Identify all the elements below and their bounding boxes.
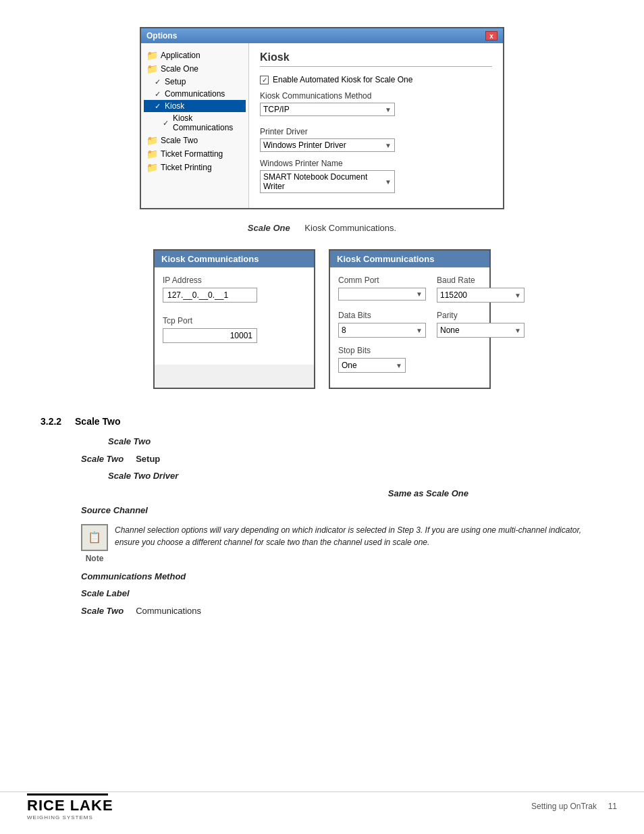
dropdown-arrow-icon: ▼ (514, 327, 521, 334)
tree-item-ticket-printing[interactable]: 📁 Ticket Printing (144, 161, 246, 174)
ip-address-input[interactable]: 127.__0.__0.__1 (163, 288, 257, 303)
tree-item-scaleone[interactable]: 📁 Scale One (144, 62, 246, 76)
page-footer: RICE LAKE WEIGHING SYSTEMS Setting up On… (0, 791, 644, 820)
tree-item-kiosk[interactable]: ✓ Kiosk (144, 100, 246, 112)
step1-line: Scale Two Setup (81, 452, 603, 466)
data-bits-select[interactable]: 8 ▼ (338, 323, 426, 338)
stop-bits-value: One (342, 361, 357, 370)
step4-text: Scale Label (81, 588, 130, 598)
folder-icon: 📁 (146, 50, 158, 61)
tree-item-label: Ticket Printing (161, 163, 212, 172)
parity-value: None (440, 325, 460, 335)
comms-method-value: TCP/IP (263, 105, 290, 114)
printer-name-select[interactable]: SMART Notebook Document Writer ▼ (260, 170, 395, 193)
step1-note: Same as Scale One (41, 487, 603, 500)
section-number: 3.2.2 (41, 416, 61, 427)
footer-page-number: 11 (608, 802, 617, 811)
tree-item-label: Kiosk Communications (173, 113, 243, 132)
step1-bold: Setup (136, 454, 160, 464)
logo-name: RICE LAKE (27, 797, 113, 814)
kiosk-serial-panel: Kiosk Communications Comm Port ▼ Baud Ra… (329, 249, 491, 389)
ip-address-label: IP Address (163, 276, 306, 285)
dropdown-arrow-icon: ▼ (385, 142, 392, 149)
comms-method-label: Kiosk Communications Method (260, 91, 492, 101)
printer-driver-label: Printer Driver (260, 127, 492, 136)
step3-text: Communications Method (81, 571, 186, 581)
tree-item-label: Scale Two (161, 136, 198, 145)
tree-item-scaletwo[interactable]: 📁 Scale Two (144, 134, 246, 147)
tcp-port-label: Tcp Port (163, 316, 306, 325)
step3-line: Communications Method (81, 570, 603, 583)
check-icon: ✓ (155, 102, 161, 111)
tree-item-application[interactable]: 📁 Application (144, 49, 246, 62)
tree-item-communications[interactable]: ✓ Communications (144, 88, 246, 100)
enable-kiosk-checkbox[interactable]: ✓ (260, 76, 269, 84)
options-panel: Kiosk ✓ Enable Automated Kiosk for Scale… (249, 43, 503, 208)
dropdown-arrow-icon: ▼ (416, 290, 423, 298)
options-dialog: Options x 📁 Application 📁 Scale One ✓ Se… (140, 27, 504, 209)
dialog-titlebar: Options x (141, 28, 503, 43)
step4-line: Scale Label (81, 587, 603, 600)
check-icon: ✓ (155, 90, 161, 99)
baud-rate-value: 115200 (440, 290, 467, 300)
printer-driver-select[interactable]: Windows Printer Driver ▼ (260, 138, 395, 152)
step1-text: Scale Two (81, 454, 124, 464)
tcp-port-input[interactable]: 10001 (163, 328, 257, 343)
dialog-caption: Scale One Kiosk Communications. (41, 223, 603, 233)
dropdown-arrow-icon: ▼ (514, 292, 521, 299)
enable-kiosk-label: Enable Automated Kiosk for Scale One (273, 75, 412, 84)
step5-suffix: Communications (136, 606, 201, 616)
tree-item-label: Communications (165, 89, 225, 99)
close-button[interactable]: x (485, 31, 498, 41)
tree-item-label: Ticket Formatting (161, 149, 223, 159)
step2-line: Source Channel (81, 504, 603, 517)
parity-select[interactable]: None ▼ (437, 323, 525, 338)
tree-item-label: Setup (165, 77, 186, 86)
caption-scale-one: Scale One (248, 223, 290, 233)
options-tree: 📁 Application 📁 Scale One ✓ Setup ✓ Comm… (141, 43, 249, 208)
tree-item-label: Scale One (161, 64, 198, 74)
comm-port-label: Comm Port (338, 276, 426, 285)
printer-driver-row: Printer Driver Windows Printer Driver ▼ (260, 127, 492, 152)
dialog-title: Options (146, 31, 177, 41)
dropdown-arrow-icon: ▼ (416, 327, 423, 334)
section-intro-text: Scale Two (108, 436, 151, 446)
check-icon: ✓ (155, 78, 161, 86)
kiosk-serial-title: Kiosk Communications (330, 251, 489, 267)
printer-driver-value: Windows Printer Driver (263, 140, 346, 150)
stop-bits-label: Stop Bits (338, 346, 481, 355)
baud-rate-select[interactable]: 115200 ▼ (437, 288, 525, 303)
stop-bits-select[interactable]: One ▼ (338, 358, 406, 373)
note-text: Channel selection options will vary depe… (115, 524, 603, 548)
note-box: 📋 Note Channel selection options will va… (81, 524, 603, 563)
folder-icon: 📁 (146, 135, 158, 146)
baud-rate-label: Baud Rate (437, 276, 525, 285)
dropdown-arrow-icon: ▼ (385, 178, 392, 186)
printer-name-row: Windows Printer Name SMART Notebook Docu… (260, 159, 492, 193)
step1-sub: Scale Two Driver (108, 471, 178, 481)
dropdown-arrow-icon: ▼ (385, 106, 392, 113)
note-label: Note (86, 552, 104, 563)
panel-title: Kiosk (260, 51, 492, 67)
printer-name-label: Windows Printer Name (260, 159, 492, 168)
comms-method-select[interactable]: TCP/IP ▼ (260, 103, 395, 116)
footer-page-info: Setting up OnTrak 11 (531, 802, 617, 811)
logo-tagline: WEIGHING SYSTEMS (27, 814, 93, 820)
kiosk-panels-container: Kiosk Communications IP Address 127.__0.… (41, 249, 603, 389)
step5-text: Scale Two (81, 606, 124, 616)
data-bits-value: 8 (342, 325, 346, 335)
tree-item-setup[interactable]: ✓ Setup (144, 76, 246, 88)
comm-port-select[interactable]: ▼ (338, 288, 426, 301)
tree-item-ticket-formatting[interactable]: 📁 Ticket Formatting (144, 147, 246, 161)
comms-method-row: Kiosk Communications Method TCP/IP ▼ (260, 91, 492, 116)
check-icon: ✓ (163, 119, 169, 128)
enable-kiosk-row: ✓ Enable Automated Kiosk for Scale One (260, 75, 492, 84)
footer-page-label: Setting up OnTrak (531, 802, 597, 811)
step2-text: Source Channel (81, 505, 148, 515)
tree-item-kiosk-comms[interactable]: ✓ Kiosk Communications (144, 112, 246, 134)
data-bits-label: Data Bits (338, 311, 426, 320)
footer-logo: RICE LAKE WEIGHING SYSTEMS (27, 792, 113, 820)
section-intro: Scale Two (108, 435, 603, 448)
step1-sub-line: Scale Two Driver (108, 469, 603, 483)
step5-line: Scale Two Communications (81, 604, 603, 618)
